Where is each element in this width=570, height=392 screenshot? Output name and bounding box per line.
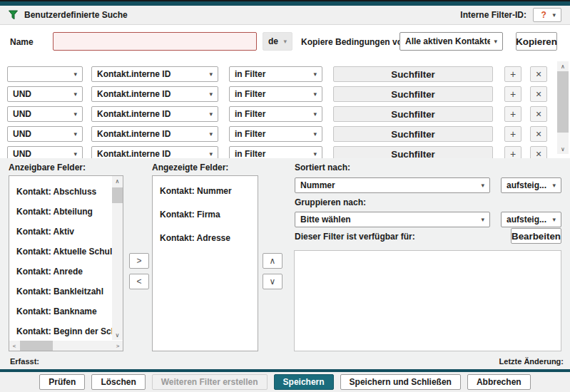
chevron-down-icon: ▾ <box>73 71 77 78</box>
add-condition-button[interactable]: + <box>504 86 521 102</box>
condition-field-value: Kontakt.interne ID <box>97 149 205 158</box>
add-condition-button[interactable]: + <box>504 66 521 82</box>
list-item[interactable]: Kontakt: Abschluss <box>9 182 112 202</box>
move-down-button[interactable]: ∨ <box>263 274 283 289</box>
scroll-left-icon[interactable]: < <box>9 341 19 351</box>
scroll-right-icon[interactable]: > <box>113 341 123 351</box>
delete-button[interactable]: Löschen <box>91 374 145 390</box>
list-item[interactable]: Kontakt: Firma <box>153 203 258 227</box>
scroll-up-icon[interactable]: ∧ <box>112 176 123 186</box>
condition-operator-select[interactable]: in Filter ▾ <box>229 66 322 82</box>
condition-operator-value: in Filter <box>235 129 310 139</box>
move-left-button[interactable]: < <box>129 274 149 289</box>
list-item[interactable]: Kontakt: Anrede <box>9 262 112 282</box>
chevron-down-icon: ▾ <box>552 182 556 189</box>
condition-logic-value: UND <box>13 89 70 99</box>
list-item[interactable]: Kontakt: Nummer <box>153 180 258 203</box>
move-up-button[interactable]: ∧ <box>263 253 283 269</box>
scroll-down-icon[interactable]: ∨ <box>112 330 123 340</box>
search-filter-button[interactable]: Suchfilter <box>333 66 493 82</box>
search-filter-button[interactable]: Suchfilter <box>333 106 493 122</box>
sort-direction-select[interactable]: aufsteig... ▾ <box>501 177 561 193</box>
condition-logic-select[interactable]: UND ▾ <box>7 106 83 122</box>
scrollbar-thumb[interactable] <box>557 71 569 133</box>
edit-availability-button[interactable]: Bearbeiten <box>511 228 561 244</box>
add-condition-button[interactable]: + <box>504 126 521 142</box>
search-filter-button[interactable]: Suchfilter <box>333 86 493 102</box>
scrollbar-track <box>19 341 113 351</box>
cancel-button[interactable]: Abbrechen <box>467 374 531 390</box>
name-input[interactable] <box>53 32 257 51</box>
chevron-down-icon: ▾ <box>313 71 317 78</box>
internal-filter-id-label: Interne Filter-ID: <box>460 10 526 20</box>
condition-operator-select[interactable]: in Filter ▾ <box>229 146 322 158</box>
search-filter-button[interactable]: Suchfilter <box>333 126 493 142</box>
condition-field-select[interactable]: Kontakt.interne ID ▾ <box>91 126 218 142</box>
list-item[interactable]: Kontakt: Beginn der Schu <box>9 321 112 341</box>
condition-operator-value: in Filter <box>235 149 310 158</box>
condition-logic-select[interactable]: UND ▾ <box>7 86 83 102</box>
titlebar-accent <box>0 0 570 6</box>
remove-condition-button[interactable]: × <box>530 86 547 102</box>
language-value: de <box>268 36 280 46</box>
scroll-up-icon[interactable]: ∧ <box>557 61 569 71</box>
condition-logic-select[interactable]: ▾ <box>7 66 83 82</box>
sort-by-select[interactable]: Nummer ▾ <box>295 177 490 193</box>
scrollbar-thumb[interactable] <box>112 187 123 203</box>
condition-operator-select[interactable]: in Filter ▾ <box>229 126 322 142</box>
add-condition-button[interactable]: + <box>504 146 521 158</box>
condition-operator-select[interactable]: in Filter ▾ <box>229 86 322 102</box>
list-item[interactable]: Kontakt: Aktiv <box>9 222 112 242</box>
move-right-button[interactable]: > <box>129 253 149 269</box>
copy-source-filter-select[interactable]: Alle aktiven Kontakte ▾ <box>399 32 503 51</box>
list-item[interactable]: Kontakt: Abteilung <box>9 202 112 222</box>
conditions-scrollbar[interactable]: ∧ ∨ <box>557 61 569 154</box>
sort-direction-value: aufsteig... <box>507 180 549 190</box>
created-label: Erfasst: <box>10 357 39 366</box>
scrollbar-thumb[interactable] <box>20 341 53 351</box>
group-by-value: Bitte wählen <box>300 215 477 225</box>
condition-logic-select[interactable]: UND ▾ <box>7 126 83 142</box>
condition-operator-select[interactable]: in Filter ▾ <box>229 106 322 122</box>
chevron-right-icon: > <box>136 256 141 266</box>
displayed-fields-list[interactable]: Kontakt: Nummer Kontakt: Firma Kontakt: … <box>152 175 258 351</box>
language-select[interactable]: de ▾ <box>263 32 292 51</box>
check-button[interactable]: Prüfen <box>39 374 85 390</box>
chevron-down-icon: ▾ <box>552 11 556 19</box>
copy-button[interactable]: Kopieren <box>516 32 557 51</box>
chevron-down-icon: ▾ <box>73 150 77 158</box>
condition-field-select[interactable]: Kontakt.interne ID ▾ <box>91 66 218 82</box>
condition-logic-value: UND <box>13 149 70 158</box>
remove-condition-button[interactable]: × <box>530 66 547 82</box>
group-direction-select[interactable]: aufsteig... ▾ <box>501 212 561 227</box>
condition-logic-select[interactable]: UND ▾ <box>7 146 83 158</box>
available-fields-list[interactable]: Kontakt: Abschluss Kontakt: Abteilung Ko… <box>9 175 123 351</box>
search-filter-button[interactable]: Suchfilter <box>333 146 493 158</box>
condition-field-value: Kontakt.interne ID <box>97 109 205 119</box>
condition-field-select[interactable]: Kontakt.interne ID ▾ <box>91 106 218 122</box>
available-list-vscrollbar[interactable]: ∧ ∨ <box>112 176 123 340</box>
sort-label: Sortiert nach: <box>295 163 350 172</box>
create-another-filter-button[interactable]: Weiteren Filter erstellen <box>152 374 268 390</box>
condition-logic-value: UND <box>13 129 70 139</box>
condition-field-select[interactable]: Kontakt.interne ID ▾ <box>91 86 218 102</box>
save-button[interactable]: Speichern <box>274 374 334 390</box>
list-item[interactable]: Kontakt: Adresse <box>153 227 258 250</box>
group-by-select[interactable]: Bitte wählen ▾ <box>295 212 490 227</box>
chevron-down-icon: ▾ <box>494 38 497 45</box>
list-item[interactable]: Kontakt: Bankname <box>9 301 112 321</box>
remove-condition-button[interactable]: × <box>530 146 547 158</box>
list-item[interactable]: Kontakt: Bankleitzahl <box>9 282 112 301</box>
availability-list[interactable] <box>294 250 561 351</box>
available-list-hscrollbar[interactable]: < > <box>9 341 123 351</box>
condition-field-select[interactable]: Kontakt.interne ID ▾ <box>91 146 218 158</box>
list-item[interactable]: Kontakt: Aktuelle Schule <box>9 242 112 262</box>
chevron-down-icon: ▾ <box>481 216 484 223</box>
internal-filter-id-select[interactable]: ? ▾ <box>533 8 561 22</box>
remove-condition-button[interactable]: × <box>530 126 547 142</box>
save-and-close-button[interactable]: Speichern und Schließen <box>340 374 461 390</box>
chevron-down-icon: ▾ <box>313 91 317 98</box>
remove-condition-button[interactable]: × <box>530 106 547 122</box>
add-condition-button[interactable]: + <box>504 106 521 122</box>
scroll-down-icon[interactable]: ∨ <box>557 144 569 154</box>
